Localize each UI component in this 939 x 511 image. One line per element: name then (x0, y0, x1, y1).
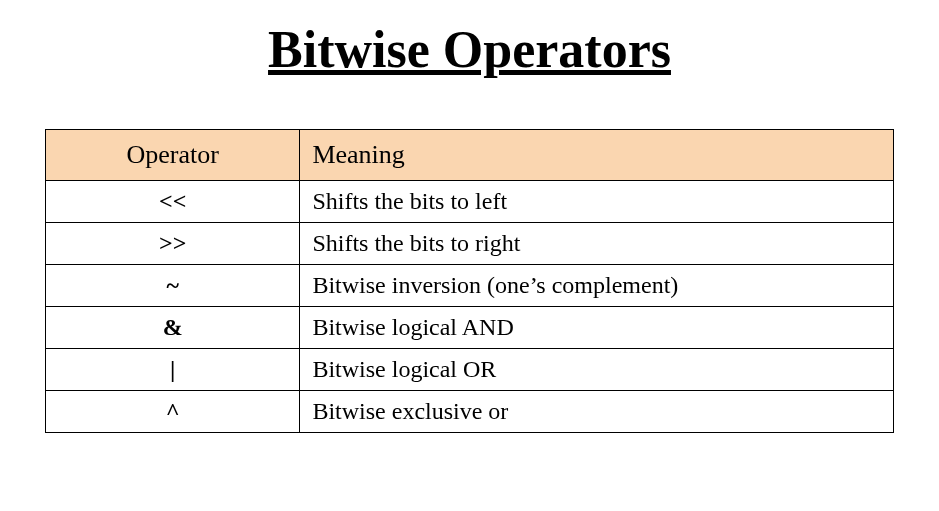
cell-operator: & (46, 307, 300, 349)
header-meaning: Meaning (300, 130, 894, 181)
cell-meaning: Bitwise exclusive or (300, 391, 894, 433)
table-row: ~ Bitwise inversion (one’s complement) (46, 265, 894, 307)
page-title: Bitwise Operators (0, 20, 939, 79)
table-row: | Bitwise logical OR (46, 349, 894, 391)
cell-meaning: Bitwise logical OR (300, 349, 894, 391)
cell-meaning: Shifts the bits to left (300, 181, 894, 223)
cell-meaning: Shifts the bits to right (300, 223, 894, 265)
cell-operator: >> (46, 223, 300, 265)
table-row: << Shifts the bits to left (46, 181, 894, 223)
cell-meaning: Bitwise logical AND (300, 307, 894, 349)
cell-operator: | (46, 349, 300, 391)
operators-table: Operator Meaning << Shifts the bits to l… (45, 129, 894, 433)
cell-operator: ^ (46, 391, 300, 433)
cell-meaning: Bitwise inversion (one’s complement) (300, 265, 894, 307)
cell-operator: ~ (46, 265, 300, 307)
operators-table-container: Operator Meaning << Shifts the bits to l… (45, 129, 894, 433)
table-row: >> Shifts the bits to right (46, 223, 894, 265)
table-row: ^ Bitwise exclusive or (46, 391, 894, 433)
table-header-row: Operator Meaning (46, 130, 894, 181)
table-row: & Bitwise logical AND (46, 307, 894, 349)
header-operator: Operator (46, 130, 300, 181)
cell-operator: << (46, 181, 300, 223)
